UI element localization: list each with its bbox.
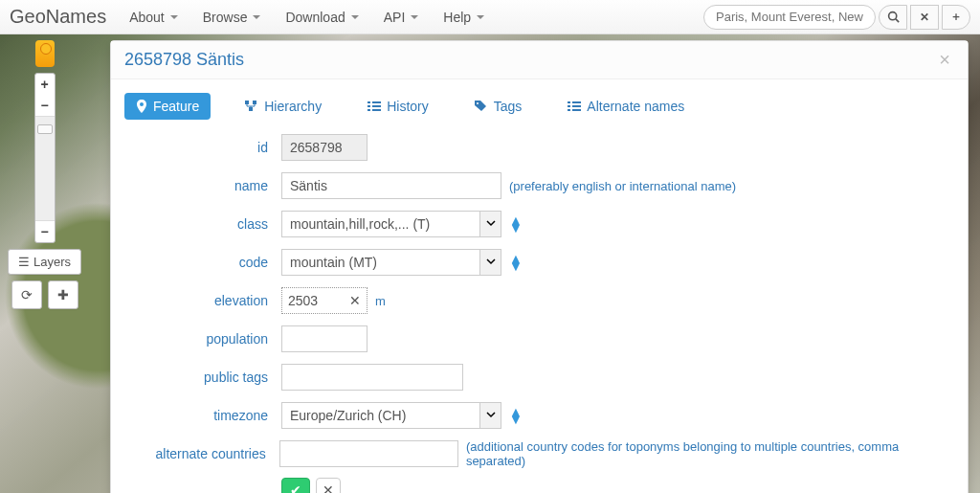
label-id: id: [124, 140, 268, 155]
svg-rect-7: [368, 105, 370, 107]
search-button[interactable]: [879, 5, 907, 30]
nav-help-label: Help: [443, 10, 471, 25]
search-group: ✕ ＋: [703, 5, 970, 30]
timezone-select[interactable]: Europe/Zurich (CH): [281, 402, 501, 429]
svg-rect-14: [568, 105, 570, 107]
feature-form: id 2658798 name (preferably english or i…: [111, 120, 968, 493]
name-input[interactable]: [281, 172, 501, 199]
pin-icon: [136, 100, 147, 113]
class-value: mountain,hill,rock,... (T): [290, 216, 430, 232]
tab-tags[interactable]: Tags: [463, 93, 534, 120]
panel-tabs: Feature Hierarchy History Tags Alternate…: [111, 79, 968, 120]
label-code: code: [124, 255, 268, 270]
svg-rect-15: [572, 105, 581, 107]
svg-rect-17: [572, 109, 581, 111]
svg-rect-16: [568, 109, 570, 111]
svg-rect-6: [372, 101, 381, 103]
top-navbar: GeoNames About Browse Download API Help …: [0, 0, 980, 34]
search-icon: [887, 11, 900, 23]
chevron-down-icon: [479, 250, 501, 275]
svg-rect-9: [368, 109, 370, 111]
tab-hierarchy-label: Hierarchy: [264, 99, 322, 114]
elevation-input-wrapper: 2503 ✕: [281, 287, 368, 314]
search-add-button[interactable]: ＋: [942, 5, 970, 30]
svg-line-1: [895, 19, 898, 22]
public-tags-input[interactable]: [281, 364, 463, 391]
save-button[interactable]: ✔: [281, 478, 310, 493]
layers-icon: ☰: [18, 255, 30, 269]
nav-about[interactable]: About: [118, 4, 189, 31]
tab-history[interactable]: History: [356, 93, 440, 120]
chevron-down-icon: [479, 212, 501, 236]
sort-icon[interactable]: ▲▼: [509, 408, 523, 424]
chevron-down-icon: [411, 15, 418, 19]
tab-feature[interactable]: Feature: [124, 93, 211, 120]
tab-tags-label: Tags: [494, 99, 523, 114]
map-left-controls: + − − ☰ Layers ⟳ ✚: [8, 40, 81, 309]
label-public-tags: public tags: [124, 370, 268, 385]
svg-point-0: [888, 12, 896, 20]
cancel-button[interactable]: ✕: [316, 478, 341, 493]
locate-button[interactable]: ✚: [48, 280, 78, 309]
chevron-down-icon: [477, 15, 484, 19]
sort-icon[interactable]: ▲▼: [509, 216, 523, 233]
zoom-slider-track[interactable]: [35, 116, 55, 221]
close-icon: ×: [939, 49, 950, 70]
nav-browse-label: Browse: [203, 10, 248, 25]
close-icon: ✕: [323, 482, 334, 493]
label-class: class: [124, 216, 268, 232]
elevation-input[interactable]: 2503: [288, 293, 349, 308]
svg-rect-8: [372, 105, 381, 107]
check-icon: ✔: [290, 482, 301, 493]
layers-button[interactable]: ☰ Layers: [8, 249, 81, 275]
name-hint: (preferably english or international nam…: [509, 179, 736, 193]
chevron-down-icon: [253, 15, 260, 19]
layers-label: Layers: [33, 255, 71, 269]
tab-alternate-names-label: Alternate names: [587, 99, 684, 114]
code-select[interactable]: mountain (MT): [281, 249, 501, 276]
label-alternate-countries: alternate countries: [124, 446, 266, 461]
alternate-countries-hint: (additional country codes for toponyms b…: [466, 439, 954, 468]
label-population: population: [124, 331, 268, 347]
svg-point-11: [477, 102, 479, 104]
tags-icon: [475, 101, 488, 112]
zoom-min-button[interactable]: −: [35, 221, 55, 242]
pegman-icon[interactable]: [35, 40, 55, 67]
tab-feature-label: Feature: [153, 99, 199, 114]
tree-icon: [245, 101, 258, 112]
svg-rect-12: [568, 101, 570, 103]
sort-icon[interactable]: ▲▼: [509, 255, 523, 271]
nav-download[interactable]: Download: [274, 4, 369, 31]
tab-alternate-names[interactable]: Alternate names: [556, 93, 696, 120]
panel-title[interactable]: 2658798 Säntis: [124, 50, 244, 70]
refresh-icon: ⟳: [21, 287, 33, 303]
search-input[interactable]: [703, 5, 876, 30]
tab-hierarchy[interactable]: Hierarchy: [234, 93, 333, 120]
brand[interactable]: GeoNames: [10, 6, 106, 28]
class-select[interactable]: mountain,hill,rock,... (T): [281, 211, 501, 237]
zoom-control: + − −: [34, 73, 56, 243]
search-clear-button[interactable]: ✕: [910, 5, 939, 30]
svg-rect-10: [372, 109, 381, 111]
zoom-slider-handle[interactable]: [37, 124, 53, 134]
population-input[interactable]: [281, 325, 368, 352]
nav-api[interactable]: API: [372, 4, 431, 31]
list-icon: [568, 101, 581, 112]
nav-help[interactable]: Help: [432, 4, 496, 31]
nav-browse[interactable]: Browse: [191, 4, 273, 31]
label-elevation: elevation: [124, 293, 268, 308]
label-name: name: [124, 178, 268, 193]
feature-panel: 2658798 Säntis × Feature Hierarchy Histo…: [110, 40, 969, 493]
zoom-in-button[interactable]: +: [35, 74, 55, 95]
svg-rect-13: [572, 101, 581, 103]
elevation-clear-button[interactable]: ✕: [349, 293, 361, 308]
svg-rect-5: [368, 101, 370, 103]
zoom-out-button[interactable]: −: [35, 95, 55, 116]
panel-close-button[interactable]: ×: [935, 49, 954, 71]
target-icon: ✚: [57, 287, 69, 303]
alternate-countries-input[interactable]: [279, 440, 458, 467]
close-icon: ✕: [920, 11, 929, 24]
refresh-button[interactable]: ⟳: [11, 280, 42, 309]
label-timezone: timezone: [124, 408, 268, 423]
plus-icon: ＋: [950, 9, 962, 25]
